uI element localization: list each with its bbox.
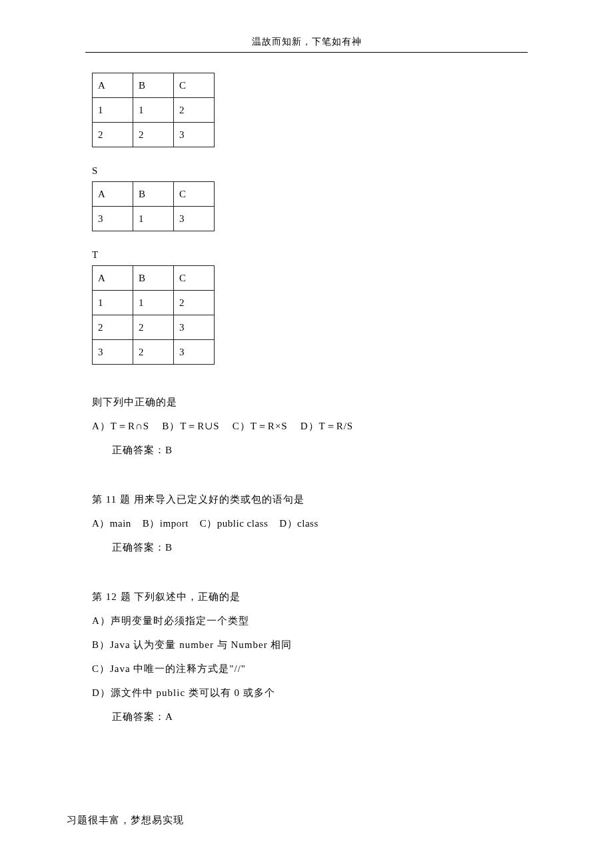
q12-option-b: B）Java 认为变量 number 与 Number 相同 <box>92 633 546 657</box>
content-body: A B C 1 1 2 2 2 3 S A B C 3 <box>67 73 546 729</box>
cell: 1 <box>133 291 174 315</box>
q10-option-d: D）T＝R/S <box>301 414 354 438</box>
cell: 3 <box>174 207 215 231</box>
q10-option-a: A）T＝R∩S <box>92 414 149 438</box>
cell: 1 <box>133 98 174 123</box>
cell: B <box>133 182 174 207</box>
question-11-block: 第 11 题 用来导入已定义好的类或包的语句是 A）main B）import … <box>92 487 546 559</box>
cell: B <box>133 266 174 291</box>
cell: 2 <box>174 98 215 123</box>
cell: A <box>93 182 133 207</box>
question-12-block: 第 12 题 下列叙述中，正确的是 A）声明变量时必须指定一个类型 B）Java… <box>92 585 546 729</box>
table-row: A B C <box>93 73 215 98</box>
q11-options: A）main B）import C）public class D）class <box>92 511 546 535</box>
q12-option-d: D）源文件中 public 类可以有 0 或多个 <box>92 681 546 705</box>
cell: 1 <box>93 98 133 123</box>
q10-answer: 正确答案：B <box>92 438 546 462</box>
cell: C <box>174 266 215 291</box>
table-row: 3 2 3 <box>93 340 215 365</box>
table-row: 1 1 2 <box>93 98 215 123</box>
q10-options: A）T＝R∩S B）T＝R∪S C）T＝R×S D）T＝R/S <box>92 414 546 438</box>
cell: 3 <box>93 340 133 365</box>
table-t-label: T <box>92 246 546 264</box>
cell: 2 <box>174 291 215 315</box>
cell: C <box>174 182 215 207</box>
q12-option-c: C）Java 中唯一的注释方式是"//" <box>92 657 546 681</box>
cell: B <box>133 73 174 98</box>
cell: A <box>93 73 133 98</box>
q10-prompt: 则下列中正确的是 <box>92 390 546 414</box>
cell: 1 <box>133 207 174 231</box>
cell: 2 <box>93 315 133 340</box>
table-row: 1 1 2 <box>93 291 215 315</box>
cell: 3 <box>174 315 215 340</box>
q12-title: 第 12 题 下列叙述中，正确的是 <box>92 585 546 609</box>
cell: 2 <box>93 123 133 147</box>
table-t: A B C 1 1 2 2 2 3 3 2 3 <box>92 265 215 365</box>
q11-answer: 正确答案：B <box>92 535 546 559</box>
q11-option-d: D）class <box>279 511 318 535</box>
table-r: A B C 1 1 2 2 2 3 <box>92 73 215 147</box>
table-s-label: S <box>92 162 546 180</box>
table-row: A B C <box>93 266 215 291</box>
page-header: 温故而知新，下笔如有神 <box>67 36 546 48</box>
table-row: 3 1 3 <box>93 207 215 231</box>
cell: 2 <box>133 315 174 340</box>
q12-answer: 正确答案：A <box>92 705 546 729</box>
q11-option-a: A）main <box>92 511 131 535</box>
q11-title: 第 11 题 用来导入已定义好的类或包的语句是 <box>92 487 546 511</box>
table-s: A B C 3 1 3 <box>92 181 215 231</box>
cell: 2 <box>133 340 174 365</box>
header-divider <box>85 52 528 53</box>
table-row: A B C <box>93 182 215 207</box>
cell: A <box>93 266 133 291</box>
cell: 3 <box>93 207 133 231</box>
q11-option-c: C）public class <box>200 511 268 535</box>
q12-option-a: A）声明变量时必须指定一个类型 <box>92 609 546 633</box>
table-row: 2 2 3 <box>93 123 215 147</box>
cell: C <box>174 73 215 98</box>
q11-option-b: B）import <box>143 511 189 535</box>
question-10-block: 则下列中正确的是 A）T＝R∩S B）T＝R∪S C）T＝R×S D）T＝R/S… <box>92 390 546 462</box>
document-page: 温故而知新，下笔如有神 A B C 1 1 2 2 2 3 S A <box>0 0 613 868</box>
cell: 3 <box>174 340 215 365</box>
page-footer: 习题很丰富，梦想易实现 <box>67 814 184 827</box>
q10-option-b: B）T＝R∪S <box>162 414 220 438</box>
cell: 1 <box>93 291 133 315</box>
table-row: 2 2 3 <box>93 315 215 340</box>
cell: 2 <box>133 123 174 147</box>
q10-option-c: C）T＝R×S <box>233 414 288 438</box>
cell: 3 <box>174 123 215 147</box>
